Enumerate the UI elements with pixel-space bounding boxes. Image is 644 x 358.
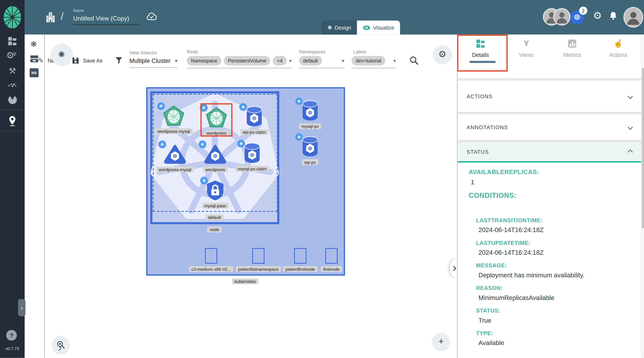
status-field: STATUS: True [476, 308, 641, 324]
deployment-node[interactable]: ❋ wordpress-mysql [149, 105, 198, 134]
node-label: c3-medium-x86-02... [189, 266, 233, 272]
svg-text:☸: ☸ [252, 115, 257, 121]
sidebar-divider [0, 109, 25, 110]
panel-scrollbar[interactable] [641, 35, 644, 358]
panel-divider [458, 140, 641, 142]
zoom-in-button[interactable] [52, 336, 69, 353]
wasm-filter-icon[interactable]: WA [30, 68, 38, 77]
view-selector-label: View Selector [130, 50, 178, 55]
location-pin-icon [7, 115, 17, 127]
name-field-label: Name [73, 8, 84, 13]
kinds-dropdown[interactable]: Namespace PersistentVolume +4 ▾ [187, 54, 292, 68]
save-as-button[interactable]: Save As [83, 58, 102, 64]
designs-spiral-icon[interactable]: ❋ [30, 40, 37, 49]
secret-shield-icon [206, 180, 225, 200]
accordion-status[interactable]: STATUS [458, 142, 641, 162]
settings-gear-icon[interactable]: ⚙ [593, 10, 602, 22]
pv-node[interactable]: ☸ ❋ wp-pv [286, 136, 335, 165]
sidebar-item-lifecycle[interactable]: ⚙⚙ [0, 50, 25, 61]
cluster-node[interactable]: firstnode [307, 248, 356, 272]
view-name-input[interactable] [73, 14, 139, 25]
chevron-down-icon: ▾ [289, 58, 292, 64]
tab-views[interactable]: Y Views [504, 35, 550, 78]
meshsync-badge-icon: ❋ [198, 140, 206, 148]
kinds-label: Kinds [187, 49, 292, 54]
tab-metrics[interactable]: Metrics [550, 35, 595, 78]
volume-cylinder-icon: ☸ [301, 136, 320, 157]
node-label: wp-pv [302, 159, 318, 165]
pvc-node[interactable]: ☸ ❋ wp-pv-claim [230, 106, 279, 135]
labels-dropdown[interactable]: dev=tutorial ▾ [352, 54, 396, 68]
node-label: mysql-pass [202, 203, 228, 209]
cluster-node[interactable]: c3-medium-x86-02... [186, 248, 236, 272]
status-field: TYPE: Available [476, 330, 641, 347]
accordion-actions[interactable]: ACTIONS [458, 81, 641, 112]
organization-icon[interactable] [45, 12, 56, 23]
chevron-down-icon [628, 94, 633, 99]
svg-text:☸: ☸ [308, 145, 313, 152]
node-label: wordpress-mysql [155, 128, 192, 134]
secret-node[interactable]: ❋ mysql-pass [190, 180, 240, 209]
labels-filter: Labels dev=tutorial ▾ [352, 49, 396, 68]
speedometer-icon [7, 81, 17, 87]
status-key: CONDITIONS: [469, 192, 641, 200]
chevron-up-icon [628, 149, 633, 154]
help-button[interactable]: ? [6, 330, 17, 340]
kind-chip-more[interactable]: +4 [273, 56, 287, 65]
meshsync-badge-icon: ❋ [239, 103, 247, 111]
scrollbar-thumb[interactable] [642, 68, 644, 228]
tab-design[interactable]: ❋ Design [322, 21, 357, 35]
meshery-logo[interactable] [3, 6, 22, 29]
node-square-icon [294, 248, 306, 264]
mesh-sync-icon: ✺ [58, 49, 65, 59]
profile-avatar[interactable] [624, 7, 643, 28]
chevron-down-icon: ▾ [342, 58, 344, 64]
namespaces-label: Namespaces [299, 49, 344, 54]
node-label: firstnode [321, 266, 342, 272]
mode-toggle: ❋ Design Visualize [322, 21, 400, 35]
search-icon[interactable] [409, 56, 419, 65]
canvas-rail: ❋ ✎ WA [25, 35, 45, 358]
sidebar-expand-handle[interactable]: › [18, 299, 26, 316]
panel-collapse-button[interactable] [450, 259, 457, 278]
namespace-chip[interactable]: default [299, 56, 322, 65]
edit-pencil-icon[interactable]: ✎ [38, 57, 44, 65]
cloud-saved-icon [146, 12, 158, 22]
sidebar-divider [0, 131, 25, 131]
add-node-button[interactable]: + [432, 333, 450, 350]
volume-cylinder-icon: ☸ [245, 106, 264, 127]
meshsync-badge-icon: ❋ [158, 140, 166, 148]
sidebar-item-dashboard[interactable] [0, 37, 25, 45]
chevron-down-icon: ▾ [394, 58, 396, 64]
app-version: v0.7.73 [0, 346, 25, 351]
sidebar-item-extensions[interactable] [0, 95, 25, 104]
kind-chip[interactable]: PersistentVolume [224, 56, 270, 65]
svg-text:☸: ☸ [308, 110, 313, 116]
node-square-icon [252, 248, 264, 264]
view-selector: View Selector Multiple Cluster ▾ [130, 50, 178, 68]
filter-funnel-icon[interactable] [115, 56, 123, 65]
pv-node[interactable]: ☸ ❋ mysql-pv [286, 100, 335, 129]
label-chip[interactable]: dev=tutorial [352, 56, 386, 65]
namespaces-filter: Namespaces default ▾ [299, 49, 344, 68]
tab-actions[interactable]: ☝ Actions [595, 35, 641, 78]
notifications-bell-icon[interactable] [609, 11, 618, 21]
accordion-annotations[interactable]: ANNOTATIONS [458, 114, 641, 140]
mesh-sync-button[interactable]: ✺ [51, 44, 72, 65]
kind-chip[interactable]: Namespace [187, 56, 222, 65]
node-label: node [207, 227, 222, 233]
pvc-node[interactable]: ☸ ❋ mysql-pv-claim [228, 143, 277, 171]
sidebar-item-performance[interactable] [0, 81, 25, 87]
collaborator-avatar[interactable] [553, 8, 570, 26]
drawer-icon[interactable] [30, 54, 39, 63]
canvas-settings-button[interactable]: ⚙ [433, 45, 452, 63]
node-label: mysql-pv [299, 123, 321, 129]
sidebar-item-configuration[interactable]: ⚒ [0, 66, 25, 76]
meshsync-badge-icon: ❋ [157, 102, 165, 110]
view-selector-dropdown[interactable]: Multiple Cluster ▾ [130, 55, 178, 68]
chevron-down-icon [628, 125, 633, 130]
sidebar-item-explore[interactable] [0, 115, 25, 127]
tab-visualize[interactable]: Visualize [357, 21, 400, 35]
node-label: patientlistnamespace [236, 266, 281, 272]
namespaces-dropdown[interactable]: default ▾ [299, 54, 344, 68]
